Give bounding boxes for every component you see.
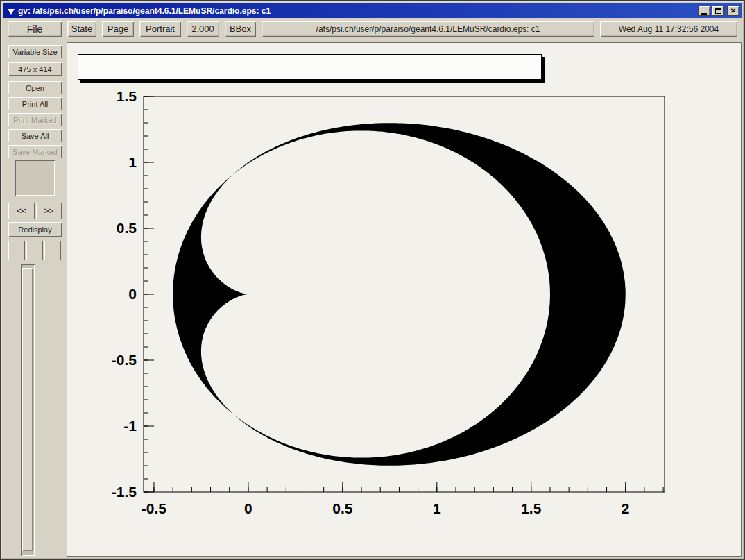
scrollbar-thumb[interactable]: [22, 268, 33, 551]
datetime-display: Wed Aug 11 17:32:56 2004: [600, 21, 737, 37]
sidebar: Variable Size 475 x 414 Open Print All P…: [1, 40, 67, 559]
state-menu-button[interactable]: State: [67, 21, 96, 37]
toggle-button-3[interactable]: [44, 241, 61, 260]
previous-page-button[interactable]: <<: [8, 203, 35, 219]
x-tick-label: 1: [433, 500, 441, 516]
y-tick-label: 1: [128, 154, 137, 170]
open-button[interactable]: Open: [8, 81, 62, 94]
cardioid-scatter-region: [173, 123, 626, 466]
window-menu-icon[interactable]: [8, 9, 15, 15]
save-marked-button: Save Marked: [8, 145, 62, 158]
maximize-icon: [715, 8, 721, 14]
minimize-button[interactable]: [698, 6, 710, 16]
x-tick-label: 1.5: [521, 500, 542, 516]
y-tick-label: -0.5: [112, 352, 137, 368]
x-tick-label: 2: [622, 500, 630, 516]
vertical-scrollbar[interactable]: [21, 264, 35, 556]
x-tick-label: 0: [244, 500, 252, 516]
page-size-label: 475 x 414: [8, 62, 62, 76]
x-tick-label: 0.5: [332, 500, 353, 516]
print-all-button[interactable]: Print All: [8, 97, 62, 110]
minimize-icon: [701, 13, 707, 15]
save-all-button[interactable]: Save All: [8, 129, 62, 142]
close-icon: ✕: [730, 8, 736, 15]
scale-button[interactable]: 2.000: [187, 21, 219, 37]
close-button[interactable]: ✕: [727, 6, 739, 16]
y-tick-label: -1.5: [112, 484, 137, 500]
toolbar: File State Page Portrait 2.000 BBox /afs…: [8, 21, 737, 37]
y-tick-label: 0: [128, 286, 137, 302]
window-title: gv: /afs/psi.ch/user/p/paraiso/geant4.6.…: [18, 6, 271, 16]
print-marked-button: Print Marked: [8, 113, 62, 126]
bbox-button[interactable]: BBox: [225, 21, 256, 37]
page-list[interactable]: [15, 160, 55, 196]
page-menu-button[interactable]: Page: [102, 21, 134, 37]
redisplay-button[interactable]: Redisplay: [8, 222, 62, 237]
toggle-button-2[interactable]: [26, 241, 43, 260]
orientation-button[interactable]: Portrait: [139, 21, 181, 37]
gv-window: gv: /afs/psi.ch/user/p/paraiso/geant4.6.…: [0, 0, 745, 560]
y-tick-label: -1: [123, 418, 137, 434]
cardioid-plot: -0.500.511.52-1.5-1-0.500.511.5: [67, 43, 742, 557]
maximize-button[interactable]: [712, 6, 724, 16]
y-tick-label: 0.5: [117, 220, 137, 236]
x-tick-label: -0.5: [142, 500, 167, 516]
next-page-button[interactable]: >>: [36, 203, 62, 219]
document-viewport[interactable]: -0.500.511.52-1.5-1-0.500.511.5: [67, 42, 742, 557]
file-path-display: /afs/psi.ch/user/p/paraiso/geant4.6.1/LE…: [262, 21, 594, 37]
toggle-button-1[interactable]: [8, 241, 25, 260]
titlebar[interactable]: gv: /afs/psi.ch/user/p/paraiso/geant4.6.…: [3, 3, 742, 18]
y-tick-label: 1.5: [117, 88, 137, 104]
variable-size-button[interactable]: Variable Size: [8, 45, 62, 58]
file-menu-button[interactable]: File: [8, 21, 62, 37]
